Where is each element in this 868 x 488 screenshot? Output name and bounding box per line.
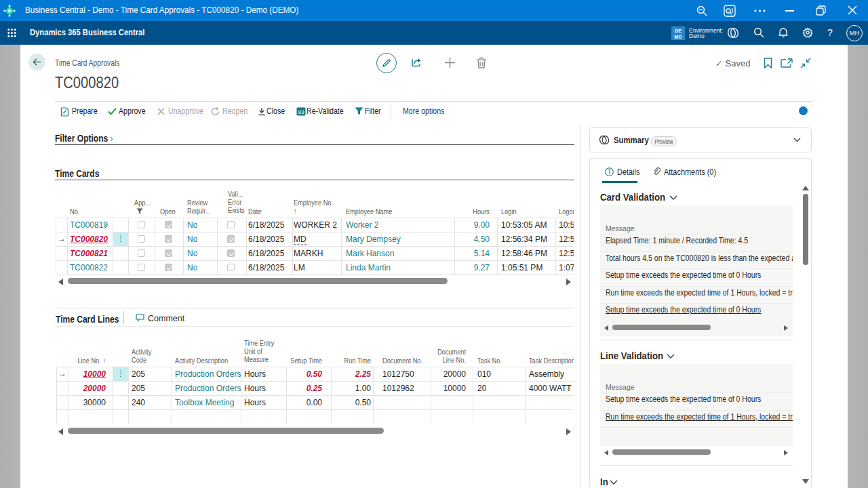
svg-text:83: 83 [298, 109, 304, 115]
